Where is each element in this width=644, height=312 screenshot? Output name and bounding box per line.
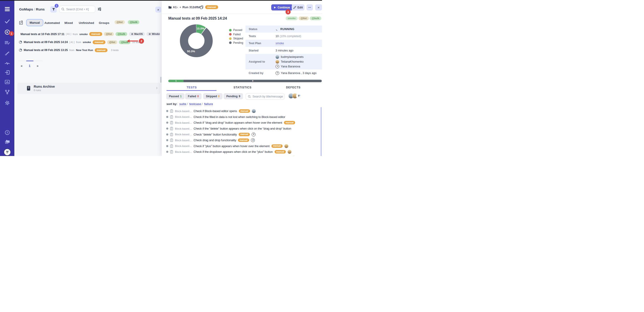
annotation-step-2: 2 [139,38,144,44]
test-row-1[interactable]: Block-based… Check if Block-based editor… [166,108,296,114]
archive-title: Runs Archive [34,85,55,88]
run-detail-header: A1 › Run 312dfb65 manual Continue Edit •… [162,1,322,14]
status-pending-dot [166,134,168,136]
summary-created-row: Created by Yana Baranova , 3 days ago [246,70,322,76]
breadcrumb-section: Runs [36,7,45,11]
tab-manual[interactable]: Manual [27,20,43,26]
copy-icon[interactable] [200,1,203,14]
assignee-2[interactable]: TetianaKhomenko [276,60,304,64]
runs-list-panel: GoMaps/Runs 1 × Manual Automated Mixed U… [14,1,162,156]
integrations-branch-icon[interactable] [4,89,10,95]
chip-failed[interactable]: Failed0 [185,93,202,99]
chart-legend: Passed Failed Skipped Pending [229,28,243,45]
test-row-6[interactable]: Block-based… Check drag and drop functio… [166,137,296,143]
summary-tests-row: Tests 10(10% completed) [246,32,322,40]
run-row-1[interactable]: Manual tests at 10 Feb 2025 17:11 [ A1 ]… [19,30,160,38]
chip-pending[interactable]: Pending9 [224,93,243,99]
test-cases-icon[interactable] [4,40,10,46]
run-row-2[interactable]: Manual tests at 09 Feb 2025 14:24 [ A1 ]… [19,38,160,46]
tab-automated[interactable]: Automated [44,21,60,24]
reports-chart-icon[interactable] [4,79,10,85]
search-icon [62,8,64,11]
sort-by-failure[interactable]: failure [204,102,213,106]
help-icon[interactable]: ? [4,130,10,135]
funnel-icon [52,8,55,11]
run-type-tag: manual [205,5,218,9]
activity-pulse-icon[interactable] [4,60,10,66]
sort-by-testcase[interactable]: testcase [189,102,201,106]
run-breadcrumb-project[interactable]: A1 [173,1,177,14]
test-row-8[interactable]: Block-based… Check if the dropdown appea… [166,149,296,155]
runs-search[interactable] [59,6,95,13]
clipboard-icon [170,133,173,136]
test-row-7[interactable]: Block-based… Check if "plus" button appe… [166,143,296,149]
edit-button[interactable]: Edit [292,4,304,10]
clipboard-icon [170,144,173,148]
donut-passed-label: 10.0% [194,27,207,30]
right-scrollbar-thumb[interactable] [321,107,322,156]
assignee-1[interactable]: liudmylastepanets [276,55,304,59]
tag-bulk: @bulk [116,32,127,36]
avatar [296,93,302,98]
tab-defects[interactable]: DEFECTS [278,86,308,89]
test-row-3[interactable]: Block-based… Check if "drag and drop" bu… [166,120,296,126]
runs-archive-card[interactable]: Runs Archive 0 runs › [17,83,160,94]
legend-dot-gray [229,42,232,44]
adjustments-sliders-icon[interactable] [98,7,101,11]
clipboard-icon [170,127,173,130]
tab-statistics[interactable]: STATISTICS [228,86,257,89]
tab-unfinished[interactable]: Unfinished [79,21,94,24]
tag-bulk: @bulk [310,16,321,20]
settings-gear-icon[interactable] [4,100,10,106]
chip-skipped[interactable]: Skipped0 [203,93,222,99]
tag-list: @list [107,40,117,44]
pagination-prev[interactable]: « [21,64,22,68]
projects-check-icon[interactable] [4,19,10,24]
tests-search[interactable] [246,93,284,100]
tag-filter-list[interactable]: @list [114,20,125,24]
test-row-5[interactable]: Block-based… Check "delete" button funct… [166,132,296,137]
avatar [276,65,279,68]
run-in-progress-icon [19,48,22,52]
clipboard-icon [170,121,173,124]
menu-icon[interactable] [4,6,10,12]
assignee-avatars-group[interactable] [288,93,302,98]
left-scrollbar-thumb[interactable] [160,77,162,83]
select-all-icon[interactable] [19,20,23,24]
import-signin-icon[interactable] [4,70,10,75]
user-avatar-t-logo[interactable] [4,149,11,156]
test-row-4[interactable]: Block-based… Check if the "delete" butto… [166,126,296,132]
tag-manual: manual [93,40,106,44]
breadcrumb-project[interactable]: GoMaps [19,7,33,11]
folders-icon[interactable] [4,139,10,144]
tab-tests[interactable]: TESTS [177,86,206,89]
run-title: Manual tests at 09 Feb 2025 14:24 [168,16,227,20]
pagination-next[interactable]: » [37,64,38,68]
milestones-steps-icon[interactable] [4,50,10,56]
sort-by-suite[interactable]: suite [179,102,186,106]
pagination-page-1[interactable]: 1 [29,64,30,68]
chip-passed[interactable]: Passed1 [166,93,184,99]
status-pending-dot [166,122,168,124]
gear-icon [148,33,151,35]
test-plan-link[interactable]: smoke [276,42,284,45]
test-row-9-partial[interactable]: Block-based… manual [166,155,296,156]
tag-manual: manual [275,150,286,154]
avatar [284,144,288,148]
avatar [292,156,296,156]
close-run-detail-button[interactable]: × [315,4,322,10]
tests-search-input[interactable] [252,95,284,98]
tag-filter-bulk[interactable]: @bulk [128,20,139,24]
test-row-2[interactable]: Block-based… Check if the filled in data… [166,114,296,120]
run-row-3[interactable]: Manual tests at 09 Feb 2025 13:25 from N… [19,46,160,54]
tab-groups[interactable]: Groups [99,21,109,24]
more-actions-button[interactable]: ••• [306,4,313,10]
tab-mixed[interactable]: Mixed [64,21,73,24]
assignee-3[interactable]: Yana Baranova [276,64,304,69]
runs-search-input[interactable] [66,8,95,11]
close-panel-button[interactable]: × [155,6,161,12]
runs-filter-tabs: Manual Automated Mixed Unfinished Groups… [14,20,162,26]
archive-icon [27,86,30,91]
tag-list: @list [298,16,309,20]
sort-controls: sort by: suite/ testcase/ failure [166,102,213,106]
